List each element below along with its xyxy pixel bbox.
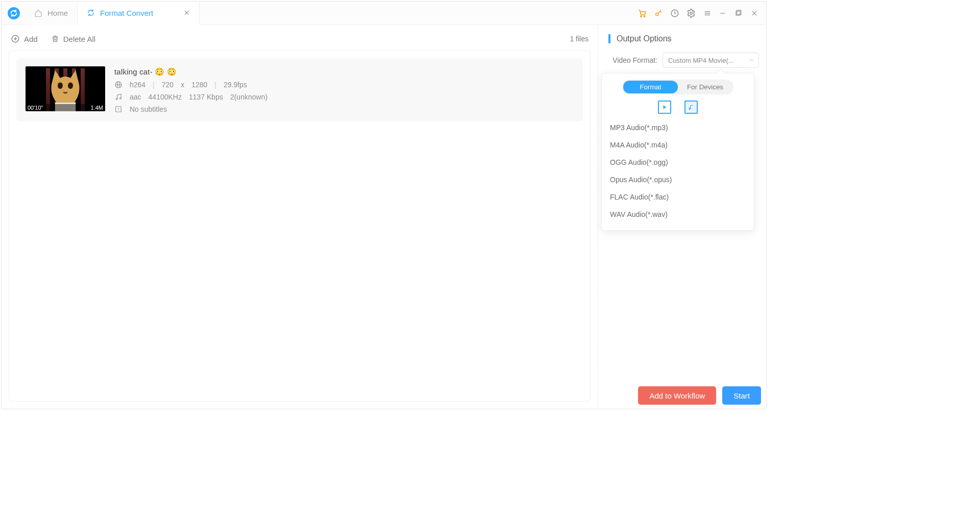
svg-point-4 [690,12,693,14]
format-item-opus[interactable]: Opus Audio(*.opus) [609,171,747,188]
home-icon [34,9,42,17]
video-type-icon[interactable] [658,101,671,114]
output-panel: Output Options Video Format: Custom MP4 … [598,25,766,409]
start-button[interactable]: Start [722,386,761,405]
plus-circle-icon [11,34,20,43]
video-icon [114,81,122,89]
output-title: Output Options [608,34,759,43]
file-item[interactable]: 00'10" 1.4M talking cat- 😳 😳 h264 | [16,58,583,121]
video-format-value: Custom MP4 Movie(... [668,57,734,64]
subtitle-icon: T [114,105,122,113]
svg-point-22 [120,97,121,99]
audio-codec: aac [130,93,141,101]
delete-all-button[interactable]: Delete All [51,35,95,43]
svg-point-21 [116,98,117,100]
tab-home[interactable]: Home [25,2,78,25]
video-height: 1280 [191,81,207,89]
svg-point-2 [656,13,658,15]
music-icon [114,93,122,101]
minimize-icon[interactable] [719,9,726,18]
file-count: 1 files [570,35,589,43]
svg-marker-25 [664,106,667,109]
titlebar: Home Format Convert ✕ [2,2,766,25]
video-fps: 29.9fps [224,81,247,89]
add-button[interactable]: Add [11,34,38,43]
format-item-m4a[interactable]: M4A Audio(*.m4a) [609,136,747,154]
format-item-mp3[interactable]: MP3 Audio(*.mp3) [609,119,747,136]
file-list: 00'10" 1.4M talking cat- 😳 😳 h264 | [9,51,591,402]
trash-icon [51,35,59,43]
video-format-select[interactable]: Custom MP4 Movie(... [663,53,759,68]
chevron-up-icon [748,57,754,63]
file-title: talking cat- 😳 😳 [114,67,267,77]
refresh-icon [87,9,95,17]
svg-point-16 [58,82,63,89]
subtitle-meta-row: T No subtitles [114,105,267,113]
add-to-workflow-button[interactable]: Add to Workflow [638,386,716,405]
format-item-flac[interactable]: FLAC Audio(*.flac) [609,188,747,206]
seg-devices[interactable]: For Devices [678,81,732,93]
format-item-ogg[interactable]: OGG Audio(*.ogg) [609,154,747,171]
tab-home-label: Home [47,9,68,17]
key-icon[interactable] [654,9,663,18]
format-list: MP3 Audio(*.mp3) M4A Audio(*.m4a) OGG Au… [609,119,747,223]
svg-point-26 [689,108,691,110]
thumbnail-duration: 00'10" [28,105,43,111]
video-x: x [181,81,184,89]
thumbnail: 00'10" 1.4M [26,66,105,111]
add-label: Add [24,35,38,43]
format-item-wav[interactable]: WAV Audio(*.wav) [609,206,747,223]
maximize-icon[interactable] [733,9,743,18]
subtitle-text: No subtitles [130,105,167,113]
svg-point-0 [641,15,642,16]
delete-all-label: Delete All [63,35,95,43]
close-icon[interactable]: ✕ [184,9,190,17]
window-close-icon[interactable] [750,9,759,18]
audio-channels: 2(unknown) [230,93,267,101]
svg-point-17 [68,82,73,89]
cart-icon[interactable] [638,9,647,18]
history-icon[interactable] [670,9,679,18]
tab-convert-label: Format Convert [100,9,153,17]
audio-meta-row: aac 44100KHz 1137 Kbps 2(unknown) [114,93,267,101]
audio-type-icon[interactable] [684,101,698,114]
video-format-label: Video Format: [608,56,657,64]
tab-format-convert[interactable]: Format Convert ✕ [78,2,200,25]
video-width: 720 [162,81,174,89]
bottombar: Add to Workflow Start [2,382,766,409]
format-popover: Format For Devices MP3 Audio(*.mp3) M4A … [601,73,754,231]
gear-icon[interactable] [687,9,696,18]
svg-text:T: T [117,108,119,111]
thumbnail-size: 1.4M [91,105,103,111]
audio-bitrate: 1137 Kbps [189,93,223,101]
video-meta-row: h264 | 720 x 1280 | 29.9fps [114,81,267,89]
toolbar: Add Delete All 1 files [9,32,591,51]
menu-icon[interactable] [703,9,712,18]
video-codec: h264 [130,81,145,89]
segmented-control: Format For Devices [622,80,733,94]
app-logo-icon [8,7,20,19]
svg-point-1 [644,15,645,16]
audio-rate: 44100KHz [149,93,182,101]
seg-format[interactable]: Format [623,81,678,93]
